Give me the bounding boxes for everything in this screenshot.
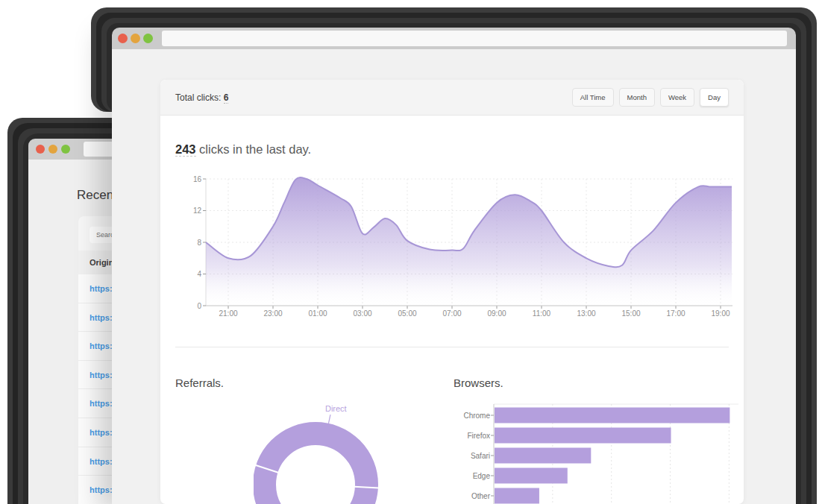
close-traffic-light[interactable] [118, 34, 128, 43]
maximize-traffic-light[interactable] [61, 145, 70, 154]
svg-text:05:00: 05:00 [398, 309, 416, 318]
referrals-title: Referrals. [175, 377, 224, 389]
filter-day-button[interactable]: Day [700, 88, 729, 107]
svg-text:15:00: 15:00 [621, 309, 640, 318]
close-traffic-light[interactable] [36, 145, 45, 154]
window-frame-edge [806, 89, 812, 504]
total-clicks-label: Total clicks: 6 [175, 92, 228, 103]
minimize-traffic-light[interactable] [131, 34, 140, 43]
svg-text:21:00: 21:00 [219, 309, 237, 318]
time-filter-group: All Time Month Week Day [572, 88, 729, 107]
browsers-bar-chart: ChromeFirefoxSafariEdgeOther [454, 399, 744, 504]
filter-all-time-button[interactable]: All Time [572, 88, 614, 107]
maximize-traffic-light[interactable] [143, 34, 153, 43]
svg-text:12: 12 [193, 207, 202, 215]
svg-text:19:00: 19:00 [711, 309, 730, 318]
referrals-donut-chart: Direct [254, 399, 403, 504]
svg-text:23:00: 23:00 [263, 309, 282, 318]
analytics-card: Total clicks: 6 All Time Month Week Day … [160, 80, 744, 504]
recent-links-title: Recent [77, 188, 117, 203]
svg-text:13:00: 13:00 [577, 309, 595, 318]
url-bar[interactable] [162, 31, 787, 46]
svg-text:4: 4 [197, 270, 201, 278]
svg-text:0: 0 [197, 302, 201, 310]
section-divider [175, 347, 729, 347]
svg-text:11:00: 11:00 [533, 309, 551, 318]
svg-text:Chrome: Chrome [463, 412, 490, 420]
window-frame-edge [796, 89, 801, 504]
clicks-count: 243 [175, 142, 196, 157]
window-frame-edge [812, 89, 817, 504]
card-header: Total clicks: 6 All Time Month Week Day [160, 80, 744, 116]
filter-week-button[interactable]: Week [660, 88, 694, 107]
desktop-stage: Recent Origin https:// https:// https://… [0, 0, 822, 504]
svg-text:Edge: Edge [473, 472, 491, 480]
window-frame-edge [801, 89, 806, 504]
svg-text:8: 8 [197, 239, 201, 247]
filter-month-button[interactable]: Month [619, 88, 655, 107]
svg-text:16: 16 [193, 175, 202, 183]
svg-text:17:00: 17:00 [666, 309, 685, 318]
clicks-headline: 243 clicks in the last day. [175, 142, 311, 157]
svg-text:01:00: 01:00 [308, 309, 327, 318]
svg-text:Firefox: Firefox [467, 432, 490, 440]
minimize-traffic-light[interactable] [48, 145, 57, 154]
svg-text:09:00: 09:00 [487, 309, 506, 318]
svg-text:03:00: 03:00 [353, 309, 371, 318]
svg-text:Direct: Direct [325, 404, 347, 413]
total-clicks-value: 6 [224, 92, 229, 104]
origin-column-header: Origin [90, 251, 113, 274]
clicks-area-chart: 21:0023:0001:0003:0005:0007:0009:0011:00… [175, 168, 744, 326]
browsers-title: Browsers. [454, 377, 503, 389]
svg-text:Safari: Safari [471, 452, 490, 460]
svg-text:07:00: 07:00 [442, 309, 461, 318]
svg-text:Other: Other [471, 492, 491, 500]
